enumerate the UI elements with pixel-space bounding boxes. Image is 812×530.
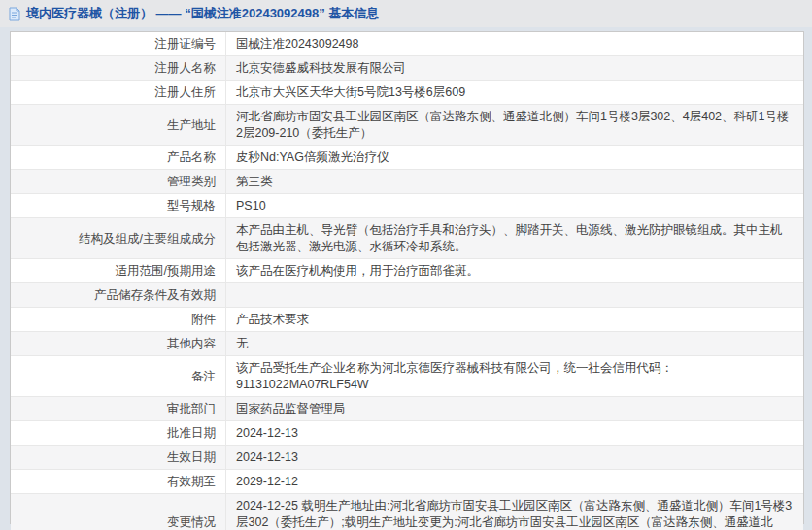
table-row: 附件产品技术要求: [11, 308, 803, 332]
row-value-cell: 2024-12-13: [226, 446, 803, 469]
row-label: 其他内容: [167, 336, 216, 352]
row-value-cell: 无: [226, 332, 803, 355]
row-label: 型号规格: [167, 198, 216, 215]
page-title: 境内医疗器械（注册） —— “国械注准20243092498” 基本信息: [26, 5, 379, 22]
row-value: 河北省廊坊市固安县工业园区南区（富达路东侧、通盛道北侧）车间1号楼3层302、4…: [236, 109, 794, 142]
row-value: 皮秒Nd:YAG倍频激光治疗仪: [236, 149, 389, 166]
table-row: 注册证编号国械注准20243092498: [11, 32, 803, 56]
row-value-cell: 2029-12-12: [226, 470, 803, 493]
row-value-cell: 国械注准20243092498: [226, 32, 803, 55]
row-value-cell: 2024-12-13: [226, 421, 803, 445]
table-row: 管理类别第三类: [11, 170, 803, 194]
table-row: 注册人住所北京市大兴区天华大街5号院13号楼6层609: [11, 81, 803, 105]
row-value: PS10: [236, 198, 266, 215]
row-value-cell: 本产品由主机、导光臂（包括治疗手具和治疗头）、脚踏开关、电源线、激光防护眼镜组成…: [226, 218, 803, 258]
row-label: 批准日期: [167, 425, 216, 442]
row-label: 附件: [191, 312, 216, 328]
row-label: 产品储存条件及有效期: [94, 287, 216, 304]
table-row: 变更情况2024-12-25 载明生产地址由:河北省廊坊市固安县工业园区南区（富…: [11, 494, 803, 530]
row-label: 注册证编号: [155, 36, 217, 52]
table-row: 产品储存条件及有效期: [11, 283, 803, 308]
row-value: 无: [236, 336, 249, 352]
row-value: 本产品由主机、导光臂（包括治疗手具和治疗头）、脚踏开关、电源线、激光防护眼镜组成…: [236, 222, 794, 255]
row-value: 国家药品监督管理局: [236, 401, 346, 417]
row-value: 第三类: [236, 174, 273, 190]
row-value-cell: 国家药品监督管理局: [226, 397, 803, 420]
table-row: 备注该产品受托生产企业名称为河北京德医疗器械科技有限公司，统一社会信用代码：91…: [11, 356, 803, 397]
table-row: 型号规格PS10: [11, 194, 803, 218]
row-value-cell: 2024-12-25 载明生产地址由:河北省廊坊市固安县工业园区南区（富达路东侧…: [226, 494, 803, 530]
row-label: 产品名称: [167, 149, 216, 166]
row-value: 2024-12-13: [236, 425, 298, 442]
row-label-cell: 审批部门: [11, 397, 226, 420]
row-value-cell: 北京市大兴区天华大街5号院13号楼6层609: [226, 81, 803, 104]
row-label: 管理类别: [167, 174, 216, 190]
row-label: 有效期至: [167, 474, 216, 490]
table-row: 注册人名称北京安德盛威科技发展有限公司: [11, 56, 803, 81]
row-value: 国械注准20243092498: [236, 36, 358, 52]
row-value: 2029-12-12: [236, 474, 298, 490]
row-label: 注册人名称: [155, 60, 217, 77]
row-label-cell: 备注: [11, 356, 226, 396]
row-label: 结构及组成/主要组成成分: [79, 231, 216, 248]
row-label-cell: 产品名称: [11, 146, 226, 169]
row-label-cell: 其他内容: [11, 332, 226, 355]
row-value: 2024-12-25 载明生产地址由:河北省廊坊市固安县工业园区南区（富达路东侧…: [236, 498, 794, 530]
row-label-cell: 注册人名称: [11, 56, 226, 80]
row-value: 该产品在医疗机构使用，用于治疗面部雀斑。: [236, 263, 479, 280]
row-value: 该产品受托生产企业名称为河北京德医疗器械科技有限公司，统一社会信用代码：9113…: [236, 360, 794, 393]
row-label: 审批部门: [167, 401, 216, 417]
row-label-cell: 注册人住所: [11, 81, 226, 104]
row-label-cell: 管理类别: [11, 170, 226, 193]
row-label-cell: 生效日期: [11, 446, 226, 469]
row-label-cell: 适用范围/预期用途: [11, 259, 226, 282]
row-label: 生效日期: [167, 449, 216, 466]
row-label: 注册人住所: [155, 84, 217, 101]
row-label-cell: 结构及组成/主要组成成分: [11, 218, 226, 258]
row-value: 2024-12-13: [236, 449, 298, 466]
table-row: 结构及组成/主要组成成分本产品由主机、导光臂（包括治疗手具和治疗头）、脚踏开关、…: [11, 218, 803, 259]
row-label-cell: 批准日期: [11, 421, 226, 445]
row-label: 变更情况: [167, 514, 216, 530]
row-value-cell: 河北省廊坊市固安县工业园区南区（富达路东侧、通盛道北侧）车间1号楼3层302、4…: [226, 105, 803, 145]
document-icon: [8, 7, 21, 21]
row-value-cell: PS10: [226, 194, 803, 217]
row-label-cell: 型号规格: [11, 194, 226, 217]
row-value: 产品技术要求: [236, 312, 309, 328]
table-row: 批准日期2024-12-13: [11, 421, 803, 446]
row-label-cell: 产品储存条件及有效期: [11, 283, 226, 307]
row-value-cell: 该产品受托生产企业名称为河北京德医疗器械科技有限公司，统一社会信用代码：9113…: [226, 356, 803, 396]
row-label: 适用范围/预期用途: [116, 263, 216, 280]
table-row: 有效期至2029-12-12: [11, 470, 803, 494]
registration-info-table: 注册证编号国械注准20243092498注册人名称北京安德盛威科技发展有限公司注…: [10, 31, 804, 524]
row-label: 备注: [191, 369, 216, 385]
row-label-cell: 附件: [11, 308, 226, 331]
row-label: 生产地址: [167, 117, 216, 134]
row-value-cell: 该产品在医疗机构使用，用于治疗面部雀斑。: [226, 259, 803, 282]
row-value-cell: 产品技术要求: [226, 308, 803, 331]
table-row: 生效日期2024-12-13: [11, 446, 803, 470]
row-value-cell: 皮秒Nd:YAG倍频激光治疗仪: [226, 146, 803, 169]
table-row: 审批部门国家药品监督管理局: [11, 397, 803, 421]
table-row: 适用范围/预期用途该产品在医疗机构使用，用于治疗面部雀斑。: [11, 259, 803, 283]
table-row: 产品名称皮秒Nd:YAG倍频激光治疗仪: [11, 146, 803, 170]
row-value-cell: 第三类: [226, 170, 803, 193]
table-row: 其他内容无: [11, 332, 803, 356]
row-value: 北京市大兴区天华大街5号院13号楼6层609: [236, 84, 465, 101]
row-label-cell: 有效期至: [11, 470, 226, 493]
row-value-cell: 北京安德盛威科技发展有限公司: [226, 56, 803, 80]
row-label-cell: 注册证编号: [11, 32, 226, 55]
row-label-cell: 变更情况: [11, 494, 226, 530]
row-value: 北京安德盛威科技发展有限公司: [236, 60, 406, 77]
row-value-cell: [226, 283, 803, 307]
page-header: 境内医疗器械（注册） —— “国械注准20243092498” 基本信息: [0, 0, 812, 27]
row-label-cell: 生产地址: [11, 105, 226, 145]
table-row: 生产地址河北省廊坊市固安县工业园区南区（富达路东侧、通盛道北侧）车间1号楼3层3…: [11, 105, 803, 146]
